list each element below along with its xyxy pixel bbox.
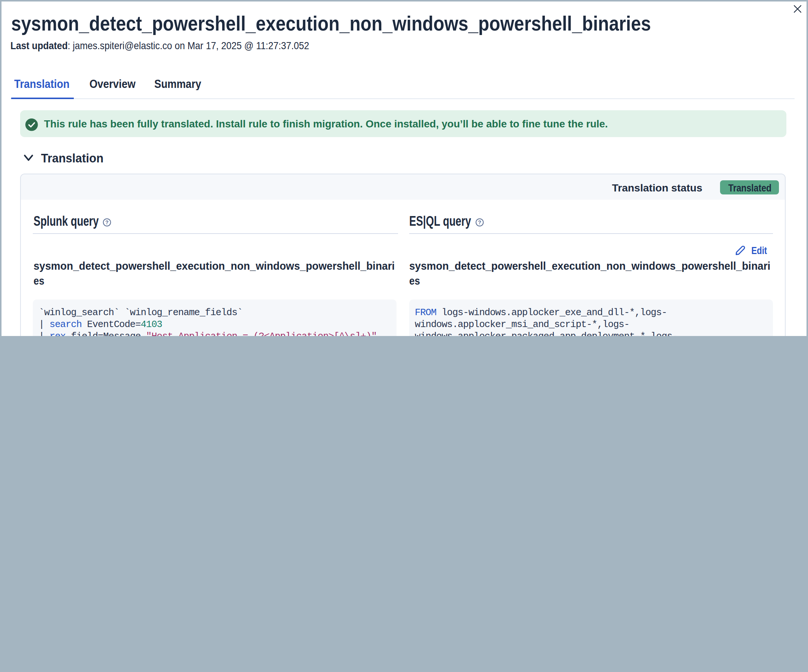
svg-text:?: ? [105, 219, 109, 225]
svg-text:?: ? [478, 219, 481, 225]
